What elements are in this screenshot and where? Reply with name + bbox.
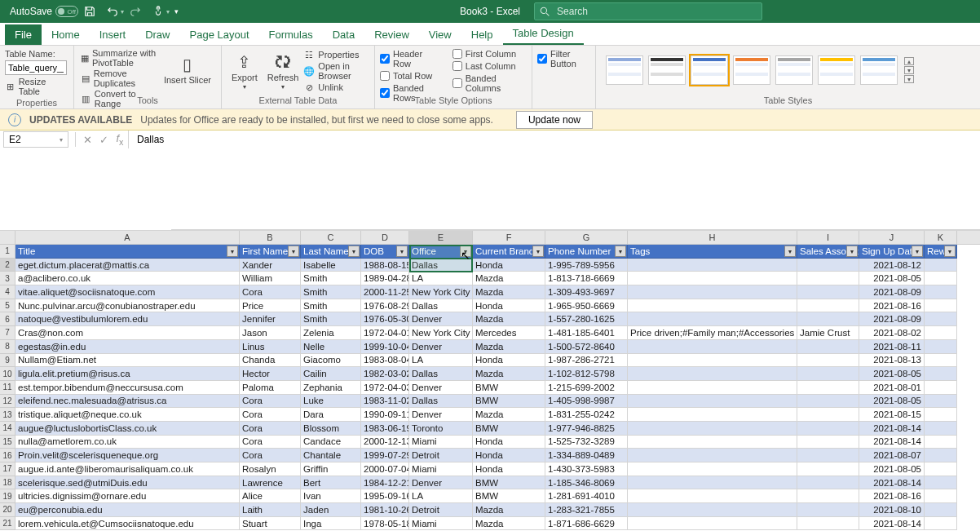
tab-view[interactable]: View bbox=[419, 24, 461, 45]
table-style-swatch[interactable] bbox=[860, 55, 898, 85]
enter-formula-icon[interactable]: ✓ bbox=[95, 134, 112, 146]
tab-table-design[interactable]: Table Design bbox=[503, 23, 584, 45]
table-cell[interactable]: Denver bbox=[409, 476, 473, 490]
table-name-input[interactable] bbox=[5, 60, 67, 75]
table-cell[interactable] bbox=[628, 259, 797, 272]
table-cell[interactable]: Luke bbox=[301, 395, 361, 409]
row-header[interactable]: 19 bbox=[0, 489, 15, 503]
table-cell[interactable]: 1-281-691-4010 bbox=[545, 489, 628, 503]
table-cell[interactable] bbox=[628, 422, 797, 436]
styles-expand[interactable]: ▴▾▾ bbox=[903, 55, 916, 85]
col-header[interactable]: G bbox=[545, 231, 628, 244]
table-cell[interactable]: eget.dictum.placerat@mattis.ca bbox=[15, 259, 240, 272]
table-style-swatch[interactable] bbox=[648, 55, 686, 85]
tab-formulas[interactable]: Formulas bbox=[259, 24, 323, 45]
filter-dropdown-icon[interactable]: ▼ bbox=[615, 246, 626, 257]
table-cell[interactable]: eleifend.nec.malesuada@atrisus.ca bbox=[15, 395, 240, 409]
table-cell[interactable]: 1-977-946-8825 bbox=[545, 422, 628, 436]
table-cell[interactable]: 1983-06-19 bbox=[361, 422, 409, 436]
row-header[interactable]: 12 bbox=[0, 395, 15, 409]
table-cell[interactable]: Jason bbox=[240, 326, 301, 340]
table-cell[interactable]: Detroit bbox=[409, 449, 473, 462]
table-cell[interactable]: Zephania bbox=[301, 381, 361, 395]
table-header-cell[interactable]: Title▼ bbox=[15, 245, 240, 259]
first-column-checkbox[interactable]: First Column bbox=[452, 49, 527, 59]
filter-dropdown-icon[interactable]: ▼ bbox=[912, 246, 923, 257]
table-cell[interactable]: 1983-08-04 bbox=[361, 354, 409, 368]
table-cell[interactable] bbox=[797, 259, 859, 272]
table-cell[interactable]: 2021-08-12 bbox=[859, 259, 925, 272]
table-cell[interactable]: Toronto bbox=[409, 422, 473, 436]
tab-data[interactable]: Data bbox=[323, 24, 364, 45]
table-cell[interactable] bbox=[628, 462, 797, 476]
table-cell[interactable]: 2021-08-01 bbox=[859, 381, 925, 395]
table-cell[interactable] bbox=[925, 517, 957, 531]
table-cell[interactable]: BMW bbox=[473, 381, 545, 395]
table-cell[interactable]: Mazda bbox=[473, 517, 545, 531]
table-cell[interactable] bbox=[797, 354, 859, 368]
col-header[interactable]: E bbox=[409, 231, 473, 244]
table-cell[interactable]: 1-102-812-5798 bbox=[545, 367, 628, 381]
filter-dropdown-icon[interactable]: ▼ bbox=[348, 246, 360, 257]
table-cell[interactable] bbox=[925, 367, 957, 381]
table-cell[interactable] bbox=[628, 299, 797, 313]
table-cell[interactable]: 1981-10-26 bbox=[361, 503, 409, 517]
table-cell[interactable]: 2021-08-14 bbox=[859, 517, 925, 531]
col-header[interactable]: I bbox=[797, 231, 859, 244]
table-cell[interactable]: 2021-08-10 bbox=[859, 503, 925, 517]
row-header[interactable]: 1 bbox=[0, 245, 15, 259]
table-cell[interactable] bbox=[925, 436, 957, 449]
table-cell[interactable]: 2000-11-25 bbox=[361, 285, 409, 299]
table-cell[interactable]: Denver bbox=[409, 340, 473, 354]
table-cell[interactable]: 1972-04-03 bbox=[361, 381, 409, 395]
table-cell[interactable]: Griffin bbox=[301, 462, 361, 476]
table-cell[interactable]: Denver bbox=[409, 312, 473, 326]
table-cell[interactable]: Honda bbox=[473, 299, 545, 313]
table-cell[interactable]: Smith bbox=[301, 285, 361, 299]
table-cell[interactable]: Proin.velit@scelerisqueneque.org bbox=[15, 449, 240, 462]
tab-draw[interactable]: Draw bbox=[135, 24, 179, 45]
table-cell[interactable] bbox=[628, 272, 797, 285]
table-cell[interactable]: 2021-08-02 bbox=[859, 326, 925, 340]
table-cell[interactable] bbox=[797, 299, 859, 313]
table-cell[interactable]: Lawrence bbox=[240, 476, 301, 490]
table-cell[interactable] bbox=[925, 326, 957, 340]
table-cell[interactable]: Miami bbox=[409, 517, 473, 531]
table-cell[interactable]: LA bbox=[409, 489, 473, 503]
table-cell[interactable]: 2021-08-05 bbox=[859, 272, 925, 285]
save-icon[interactable] bbox=[80, 6, 99, 17]
cancel-formula-icon[interactable]: ✕ bbox=[79, 134, 95, 146]
table-cell[interactable] bbox=[925, 340, 957, 354]
table-header-cell[interactable]: Sign Up Date▼ bbox=[859, 245, 925, 259]
table-cell[interactable]: Honda bbox=[473, 436, 545, 449]
name-box[interactable]: E2▾ bbox=[3, 131, 68, 148]
table-style-swatch[interactable] bbox=[606, 55, 643, 85]
table-cell[interactable] bbox=[628, 489, 797, 503]
table-cell[interactable] bbox=[797, 367, 859, 381]
table-cell[interactable]: Price bbox=[240, 299, 301, 313]
table-cell[interactable]: 1-871-686-6629 bbox=[545, 517, 628, 531]
table-style-swatch[interactable] bbox=[775, 55, 813, 85]
col-header[interactable]: A bbox=[15, 231, 240, 244]
filter-button-checkbox[interactable]: Filter Button bbox=[537, 49, 590, 69]
table-cell[interactable]: Zelenia bbox=[301, 326, 361, 340]
table-cell[interactable]: New York City bbox=[409, 326, 473, 340]
table-cell[interactable]: 1-283-321-7855 bbox=[545, 503, 628, 517]
table-cell[interactable]: 1-309-493-9697 bbox=[545, 285, 628, 299]
table-cell[interactable]: 1-813-718-6669 bbox=[545, 272, 628, 285]
table-cell[interactable] bbox=[628, 476, 797, 490]
refresh-button[interactable]: 🗘Refresh▾ bbox=[263, 50, 304, 93]
table-cell[interactable] bbox=[797, 272, 859, 285]
row-header[interactable]: 4 bbox=[0, 285, 15, 299]
table-cell[interactable]: egestas@in.edu bbox=[15, 340, 240, 354]
filter-dropdown-icon[interactable]: ▼ bbox=[846, 246, 858, 257]
table-cell[interactable]: Isabelle bbox=[301, 259, 361, 272]
table-cell[interactable] bbox=[925, 489, 957, 503]
table-cell[interactable]: Cora bbox=[240, 436, 301, 449]
table-cell[interactable] bbox=[797, 489, 859, 503]
table-cell[interactable]: tristique.aliquet@neque.co.uk bbox=[15, 408, 240, 422]
table-cell[interactable]: Rosalyn bbox=[240, 462, 301, 476]
table-cell[interactable]: 2021-08-07 bbox=[859, 449, 925, 462]
table-cell[interactable]: Price driven;#Family man;#Accessories bbox=[628, 326, 797, 340]
table-cell[interactable]: Bert bbox=[301, 476, 361, 490]
